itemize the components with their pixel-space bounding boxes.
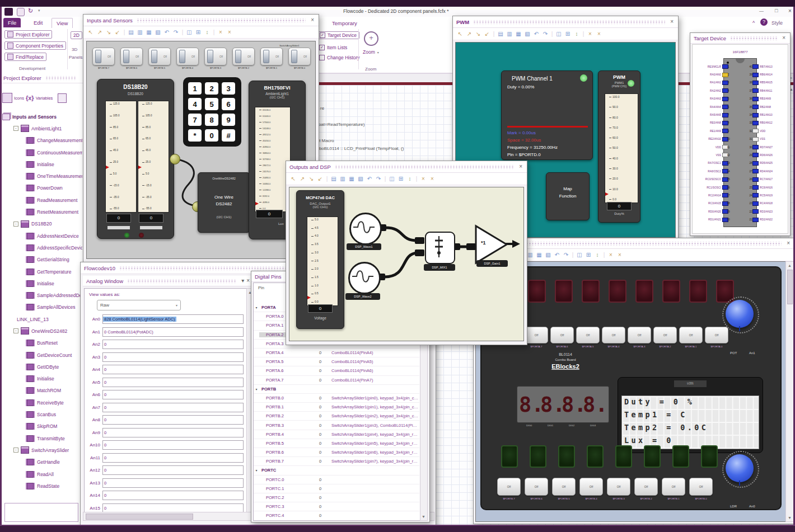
icons-grid-icon[interactable] xyxy=(2,93,12,103)
project-explorer-header[interactable]: Project Explorer xyxy=(0,73,83,83)
tree-expander-icon[interactable]: - xyxy=(13,448,18,453)
digital-pin-row[interactable]: ▾ PORTB.2 0 SwitchArraySlider1(pin2), ke… xyxy=(254,412,419,421)
tree-item[interactable]: - OneTimeMeasurement xyxy=(2,170,82,182)
delete-icon[interactable]: × xyxy=(420,176,427,182)
analog-value-field[interactable]: 0 xyxy=(102,415,244,425)
digital-pin-row[interactable]: ▾ PORTA.4 0 ComboBL0114(PinA4) xyxy=(254,349,419,357)
view-values-dropdown[interactable]: Raw ▾ xyxy=(97,300,181,310)
analog-row[interactable]: An0 828 ComboBL0114(LightSensor ADC) xyxy=(88,314,244,324)
select-add-icon[interactable]: ↗ xyxy=(96,30,103,35)
component-icon[interactable]: ◫ xyxy=(576,252,583,258)
analog-row[interactable]: An10 0 xyxy=(88,440,244,450)
pin-square[interactable] xyxy=(752,88,759,93)
redo-icon[interactable]: ↷ xyxy=(375,176,382,182)
analog-row[interactable]: An3 0 xyxy=(88,352,244,362)
tree-item[interactable]: - GetSerialString xyxy=(2,254,82,266)
pin-square[interactable] xyxy=(752,169,759,173)
board-switch[interactable]: Off xyxy=(525,327,548,343)
digital-pin-row[interactable]: ▾ PORTA.7 0 ComboBL0114(PinA7) xyxy=(254,376,419,385)
analog-window-menu-icon[interactable]: ▾ xyxy=(240,278,245,284)
pin-square[interactable] xyxy=(752,153,759,157)
group-arrow-icon[interactable]: ▾ xyxy=(254,305,259,309)
keypad-key[interactable]: # xyxy=(222,129,235,142)
analog-value-field[interactable]: 0 xyxy=(102,453,244,463)
board-scroll-thumb[interactable] xyxy=(787,270,793,304)
digital-pin-row[interactable]: ▾ PORTB.3 0 SwitchArraySlider1(pin3), Co… xyxy=(254,421,419,430)
delete-all-icon[interactable]: × xyxy=(429,176,436,182)
item-lists-checkbox[interactable]: ✓ Item Lists xyxy=(319,45,347,50)
analog-row[interactable]: An2 0 xyxy=(88,340,244,349)
pwm-slider-component[interactable]: PWM PWM1 (PWM CH1) 100.090.080.070.060.0… xyxy=(598,70,640,223)
dsp-wave1-component[interactable] xyxy=(349,213,382,245)
outputs-window-close-icon[interactable]: × xyxy=(518,164,523,170)
tree-item[interactable]: - TransmitByte xyxy=(2,432,82,444)
dac-scale[interactable]: 5.04.54.03.53.02.52.01.51.00.50.0 xyxy=(307,216,338,306)
digital-pin-row[interactable]: ▾ PORTC.3 0 xyxy=(254,502,419,511)
keypad-key[interactable]: 1 xyxy=(188,82,202,95)
digital-pin-row[interactable]: ▾ PORTA.6 0 ComboBL0114(PinA6) xyxy=(254,366,419,375)
change-history-checkbox[interactable]: Change History xyxy=(319,55,360,60)
delete-icon[interactable]: × xyxy=(587,31,593,37)
separator[interactable]: | xyxy=(123,30,125,35)
pin-square[interactable] xyxy=(752,129,759,133)
separator[interactable]: | xyxy=(493,31,495,37)
close-button[interactable]: × xyxy=(788,8,792,14)
digital-pin-row[interactable]: ▾ PORTB.0 0 SwitchArraySlider1(pin0), ke… xyxy=(254,394,419,403)
undo-icon[interactable]: ↶ xyxy=(554,252,560,258)
board-switch[interactable]: Off xyxy=(705,327,728,343)
keypad-key[interactable]: 0 xyxy=(205,129,218,142)
analog-value-field[interactable]: 0 xyxy=(102,340,244,349)
hscroll-thumb[interactable] xyxy=(86,514,193,520)
rotate-cursor-icon[interactable]: ↙ xyxy=(114,30,121,35)
keypad-key[interactable]: 4 xyxy=(188,98,202,110)
delete-icon[interactable]: × xyxy=(217,30,224,35)
board-scroll-down-icon[interactable]: ▼ xyxy=(788,516,792,520)
tree-item[interactable]: - SampleAddressedDevice xyxy=(2,289,82,301)
keypad-key[interactable]: 6 xyxy=(222,98,235,110)
analog-value-field[interactable]: 0 xyxy=(102,503,244,513)
delete-all-icon[interactable]: × xyxy=(616,252,623,258)
analog-value-field[interactable]: 0 xyxy=(102,390,244,399)
temporary-window-titlebar[interactable]: Temporary xyxy=(328,18,452,29)
digital-pin-row[interactable]: ▾ PORTA.5 0 ComboBL0114(PinA5) xyxy=(254,357,419,366)
target-device-checkbox[interactable]: ✓ Target Device xyxy=(317,31,359,39)
tree-item[interactable]: - SwitchArraySlider xyxy=(2,444,82,456)
tree-item[interactable]: - DS18B20 xyxy=(2,218,82,230)
tree-item[interactable]: - ContinuousMeasurement xyxy=(2,147,82,158)
keypad-key[interactable]: 8 xyxy=(205,114,218,126)
analog-window-close-icon[interactable]: × xyxy=(245,278,251,284)
board-switch[interactable]: Off xyxy=(679,327,703,343)
digital-pin-row[interactable]: ▾ PORTC.1 0 xyxy=(254,484,419,493)
digital-pin-row[interactable]: ▾ PORTB.4 0 SwitchArraySlider1(pin4), ke… xyxy=(254,430,419,439)
tree-item[interactable]: - PowerDown xyxy=(2,182,82,194)
pan-icon[interactable]: ↘ xyxy=(105,30,112,35)
pin-square[interactable] xyxy=(752,185,759,190)
analog-row[interactable]: An7 0 xyxy=(88,403,244,412)
analog-row[interactable]: An11 0 xyxy=(88,453,244,463)
pin-square[interactable] xyxy=(752,193,759,197)
tree-item[interactable]: - ReceiveByte xyxy=(2,397,82,408)
minimize-button[interactable]: — xyxy=(759,8,764,13)
analog-value-field[interactable]: 0 xyxy=(102,491,244,500)
analog-value-field[interactable]: 0 xyxy=(102,428,244,437)
board-switch[interactable]: Off xyxy=(550,327,574,343)
target-window-close-icon[interactable]: × xyxy=(781,35,787,41)
board-scroll-up-icon[interactable]: ▲ xyxy=(788,263,792,267)
analog-row[interactable]: An9 0 xyxy=(88,428,244,437)
analog-value-field[interactable]: 0 xyxy=(102,478,244,488)
help-icon[interactable]: ? xyxy=(760,18,768,26)
digital-pin-row[interactable]: ▾ PORTC.4 0 xyxy=(254,511,419,520)
target-window-titlebar[interactable]: Target Device × xyxy=(690,33,790,44)
new-icon[interactable]: ▤ xyxy=(128,30,134,35)
pwm-window-titlebar[interactable]: PWM × xyxy=(453,16,678,28)
digital-pin-row[interactable]: ▾ PORTC.0 0 xyxy=(254,475,419,484)
tree-item[interactable]: - MatchROM xyxy=(2,385,82,397)
select-icon[interactable]: ↖ xyxy=(290,176,297,182)
delete-all-icon[interactable]: × xyxy=(596,31,602,37)
ldr-knob[interactable] xyxy=(726,454,754,482)
variables-icon[interactable]: {x} xyxy=(26,95,34,101)
pin-square[interactable] xyxy=(752,177,759,182)
analog-value-field[interactable]: 0 xyxy=(102,352,244,362)
pan-icon[interactable]: ↘ xyxy=(308,176,315,182)
pin-square[interactable] xyxy=(752,113,759,117)
